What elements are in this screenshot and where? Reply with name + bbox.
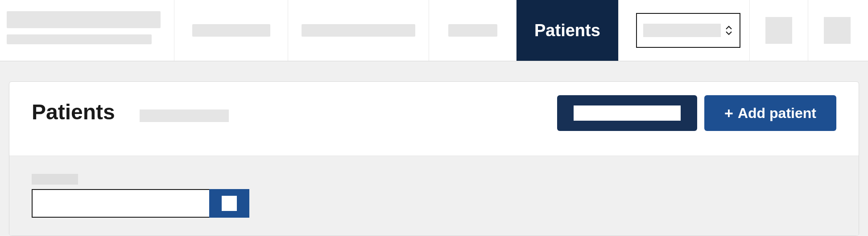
header-icon-button-1[interactable] [765,17,792,44]
nav-tab-patients[interactable]: Patients [516,0,618,61]
nav-tab-2[interactable] [288,0,429,61]
search-label-placeholder [32,174,78,185]
header-select-value-placeholder [643,24,721,37]
logo-placeholder-line2 [7,34,152,44]
header-select[interactable] [636,13,740,48]
logo-section [0,0,174,61]
search-group [32,189,249,218]
chevron-up-down-icon [724,25,733,35]
logo-placeholder-line1 [7,11,161,28]
nav-tab-3-label-placeholder [448,24,497,37]
header-icon-button-1-wrap [749,0,808,61]
nav-tab-1[interactable] [174,0,288,61]
panel-body [9,156,859,236]
nav-tab-2-label-placeholder [302,24,415,37]
header-icon-button-2-wrap [808,0,866,61]
header-action-button-1[interactable] [557,95,697,131]
header-dropdown-section [627,0,749,61]
header-icon-button-2[interactable] [824,17,851,44]
panel-header: Patients + Add patient [9,82,859,156]
search-input[interactable] [32,189,209,218]
nav-tab-3[interactable] [429,0,516,61]
content-area: Patients + Add patient [0,61,868,236]
search-icon [222,196,237,211]
main-panel: Patients + Add patient [9,81,859,236]
add-patient-button[interactable]: + Add patient [704,95,836,131]
header-action-button-1-label-placeholder [574,105,681,121]
nav-tab-1-label-placeholder [192,24,270,37]
nav-tabs: Patients [174,0,618,61]
header-divider [618,0,627,61]
page-subtitle-placeholder [140,110,229,122]
search-button[interactable] [209,189,249,218]
nav-tab-patients-label: Patients [534,21,600,40]
page-title: Patients [32,100,115,124]
plus-icon: + [724,105,733,122]
top-header: Patients [0,0,868,61]
add-patient-button-label: Add patient [738,105,816,122]
